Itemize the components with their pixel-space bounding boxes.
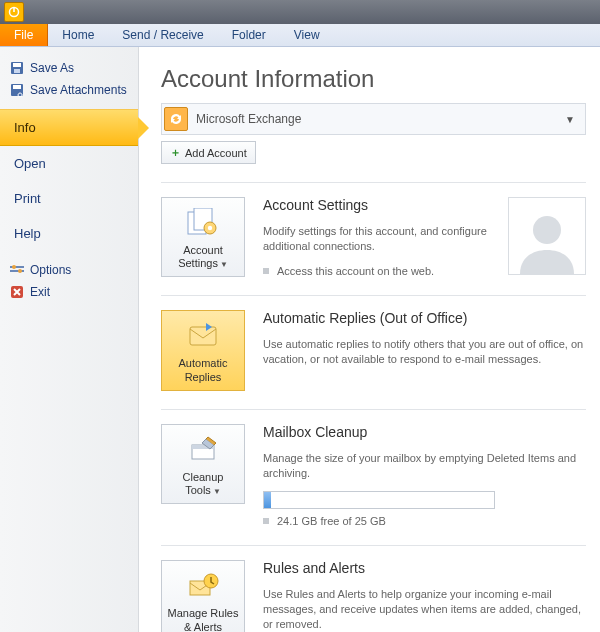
svg-rect-1 <box>13 7 15 12</box>
chevron-down-icon: ▼ <box>565 114 579 125</box>
bullet-icon <box>263 518 269 524</box>
svg-rect-6 <box>13 85 21 89</box>
section-title: Automatic Replies (Out of Office) <box>263 310 586 326</box>
section-title: Rules and Alerts <box>263 560 586 576</box>
cleanup-tools-button[interactable]: Cleanup Tools▼ <box>161 424 245 504</box>
backstage-main: Account Information Microsoft Exchange ▼… <box>139 47 600 632</box>
automatic-replies-button[interactable]: Automatic Replies <box>161 310 245 390</box>
big-btn-label: Manage Rules & Alerts <box>168 607 239 632</box>
svg-point-10 <box>18 269 22 273</box>
ribbon-tabs: File Home Send / Receive Folder View <box>0 24 600 47</box>
sidebar-exit[interactable]: Exit <box>0 281 138 303</box>
bullet-icon <box>263 268 269 274</box>
svg-point-16 <box>533 216 561 244</box>
sidebar-save-as[interactable]: Save As <box>0 57 138 79</box>
svg-rect-4 <box>14 69 20 73</box>
sidebar-label: Save Attachments <box>30 83 127 97</box>
section-desc: Modify settings for this account, and co… <box>263 224 490 254</box>
sidebar-label: Options <box>30 263 71 277</box>
attachment-icon <box>10 83 24 97</box>
svg-point-9 <box>12 265 16 269</box>
tab-folder[interactable]: Folder <box>218 24 280 46</box>
section-title: Account Settings <box>263 197 490 213</box>
section-automatic-replies: Automatic Replies Automatic Replies (Out… <box>161 295 586 390</box>
exit-icon <box>10 285 24 299</box>
tab-home[interactable]: Home <box>48 24 108 46</box>
page-title: Account Information <box>161 65 586 93</box>
section-desc: Use automatic replies to notify others t… <box>263 337 586 367</box>
big-btn-label: Account Settings <box>178 244 223 269</box>
avatar <box>508 197 586 275</box>
tab-view[interactable]: View <box>280 24 334 46</box>
storage-text: 24.1 GB free of 25 GB <box>277 515 386 527</box>
account-settings-button[interactable]: Account Settings▼ <box>161 197 245 277</box>
account-selector[interactable]: Microsoft Exchange ▼ <box>161 103 586 135</box>
sidebar-info[interactable]: Info <box>0 109 138 146</box>
manage-rules-button[interactable]: Manage Rules & Alerts <box>161 560 245 632</box>
access-web-link[interactable]: Access this account on the web. <box>263 265 490 277</box>
add-account-button[interactable]: ＋ Add Account <box>161 141 256 164</box>
sidebar-options[interactable]: Options <box>0 259 138 281</box>
app-icon[interactable] <box>4 2 24 22</box>
save-icon <box>10 61 24 75</box>
section-mailbox-cleanup: Cleanup Tools▼ Mailbox Cleanup Manage th… <box>161 409 586 528</box>
exchange-icon <box>164 107 188 131</box>
sidebar-label: Exit <box>30 285 50 299</box>
automatic-replies-icon <box>164 319 242 353</box>
account-settings-icon <box>164 206 242 240</box>
svg-rect-17 <box>190 327 216 345</box>
dropdown-icon: ▼ <box>220 260 228 269</box>
backstage-sidebar: Save As Save Attachments Info Open Print… <box>0 47 139 632</box>
storage-fill <box>264 492 271 508</box>
section-rules-alerts: Manage Rules & Alerts Rules and Alerts U… <box>161 545 586 632</box>
rules-icon <box>164 569 242 603</box>
section-account-settings: Account Settings▼ Account Settings Modif… <box>161 182 586 277</box>
svg-point-15 <box>208 226 212 230</box>
dropdown-icon: ▼ <box>213 487 221 496</box>
section-desc: Manage the size of your mailbox by empty… <box>263 451 586 481</box>
sidebar-label: Save As <box>30 61 74 75</box>
sidebar-help[interactable]: Help <box>0 216 138 251</box>
sidebar-open[interactable]: Open <box>0 146 138 181</box>
plus-icon: ＋ <box>170 145 181 160</box>
svg-rect-3 <box>13 63 21 67</box>
account-name: Microsoft Exchange <box>196 112 301 126</box>
storage-bar <box>263 491 495 509</box>
tab-send-receive[interactable]: Send / Receive <box>108 24 217 46</box>
section-title: Mailbox Cleanup <box>263 424 586 440</box>
title-bar <box>0 0 600 24</box>
section-desc: Use Rules and Alerts to help organize yo… <box>263 587 586 632</box>
sidebar-save-attachments[interactable]: Save Attachments <box>0 79 138 101</box>
bullet-label: Access this account on the web. <box>277 265 434 277</box>
add-account-label: Add Account <box>185 147 247 159</box>
big-btn-label: Automatic Replies <box>179 357 228 382</box>
tab-file[interactable]: File <box>0 24 48 46</box>
cleanup-icon <box>164 433 242 467</box>
sidebar-print[interactable]: Print <box>0 181 138 216</box>
options-icon <box>10 263 24 277</box>
